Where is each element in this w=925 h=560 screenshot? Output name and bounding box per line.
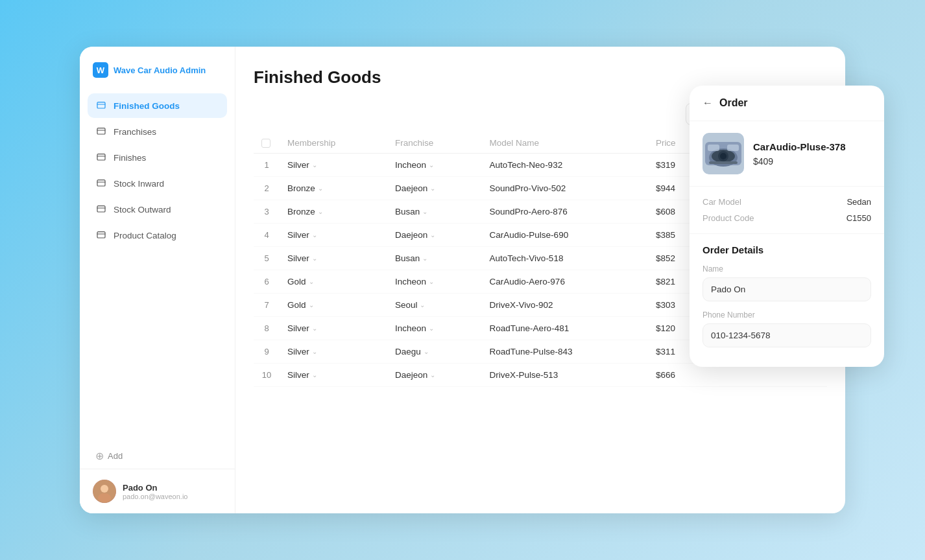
franchise-chevron[interactable]: ⌄ xyxy=(430,185,435,192)
sidebar-item-label-finished-goods: Finished Goods xyxy=(114,101,180,111)
sidebar-item-label-franchises: Franchises xyxy=(114,127,156,137)
row-membership: Silver ⌄ xyxy=(280,364,387,387)
add-button[interactable]: ⊕ Add xyxy=(80,443,235,469)
row-model: DriveX-Pulse-513 xyxy=(482,364,648,387)
svg-point-13 xyxy=(101,485,108,493)
main-card: W Wave Car Audio Admin Finished Goods Fr… xyxy=(80,47,845,513)
row-model: CarAudio-Aero-976 xyxy=(482,270,648,294)
stock-inward-icon xyxy=(95,178,107,189)
stock-outward-icon xyxy=(95,204,107,215)
row-membership: Silver ⌄ xyxy=(280,247,387,270)
user-email: pado.on@waveon.io xyxy=(123,493,222,500)
row-model: AutoTech-Neo-932 xyxy=(482,154,648,177)
membership-chevron[interactable]: ⌄ xyxy=(318,208,323,215)
row-model: AutoTech-Vivo-518 xyxy=(482,247,648,270)
phone-label: Phone Number xyxy=(703,310,871,320)
row-franchise: Seoul ⌄ xyxy=(387,294,482,317)
row-price: $666 xyxy=(648,364,708,387)
product-name: CarAudio-Pluse-378 xyxy=(753,141,846,154)
sidebar-item-stock-outward[interactable]: Stock Outward xyxy=(88,197,227,222)
membership-chevron[interactable]: ⌄ xyxy=(312,348,317,355)
franchise-chevron[interactable]: ⌄ xyxy=(430,231,435,239)
franchise-chevron[interactable]: ⌄ xyxy=(429,161,434,169)
finishes-icon xyxy=(95,152,107,163)
row-franchise: Busan ⌄ xyxy=(387,200,482,224)
membership-chevron[interactable]: ⌄ xyxy=(312,371,317,379)
row-model: RoadTune-Pulse-843 xyxy=(482,340,648,364)
svg-rect-33 xyxy=(709,161,738,164)
row-membership: Bronze ⌄ xyxy=(280,177,387,200)
sidebar-item-finished-goods[interactable]: Finished Goods xyxy=(88,93,227,118)
membership-chevron[interactable]: ⌄ xyxy=(318,185,323,192)
membership-chevron[interactable]: ⌄ xyxy=(312,255,317,262)
sidebar-item-stock-inward[interactable]: Stock Inward xyxy=(88,171,227,196)
row-num: 7 xyxy=(254,294,280,317)
order-title: Order xyxy=(719,97,748,109)
row-franchise: Daejeon ⌄ xyxy=(387,177,482,200)
row-num: 4 xyxy=(254,224,280,247)
row-num: 1 xyxy=(254,154,280,177)
svg-point-14 xyxy=(98,493,111,502)
page-title: Finished Goods xyxy=(254,67,827,88)
name-input[interactable] xyxy=(703,277,871,301)
franchise-chevron[interactable]: ⌄ xyxy=(422,255,427,262)
row-model: DriveX-Vivo-902 xyxy=(482,294,648,317)
row-model: SoundPro-Aero-876 xyxy=(482,200,648,224)
row-model: RoadTune-Aero-481 xyxy=(482,317,648,340)
franchise-chevron[interactable]: ⌄ xyxy=(429,325,434,332)
sidebar-item-label-stock-outward: Stock Outward xyxy=(114,205,171,215)
membership-chevron[interactable]: ⌄ xyxy=(312,231,317,239)
product-thumbnail xyxy=(703,133,744,174)
svg-rect-2 xyxy=(97,128,105,134)
product-code-row: Product Code C1550 xyxy=(703,213,871,223)
membership-chevron[interactable]: ⌄ xyxy=(309,278,314,285)
franchise-chevron[interactable]: ⌄ xyxy=(422,208,427,215)
select-all-checkbox[interactable] xyxy=(261,139,270,148)
row-num: 10 xyxy=(254,364,280,387)
franchise-chevron[interactable]: ⌄ xyxy=(430,371,435,379)
svg-rect-31 xyxy=(708,145,719,151)
order-header: ← Order xyxy=(690,86,884,121)
svg-point-30 xyxy=(720,153,727,159)
row-num: 2 xyxy=(254,177,280,200)
car-model-row: Car Model Sedan xyxy=(703,197,871,207)
svg-rect-10 xyxy=(97,232,105,238)
sidebar-item-label-finishes: Finishes xyxy=(114,153,146,163)
sidebar-item-finishes[interactable]: Finishes xyxy=(88,145,227,170)
back-button[interactable]: ← xyxy=(703,97,713,109)
membership-chevron[interactable]: ⌄ xyxy=(312,325,317,332)
row-franchise: Busan ⌄ xyxy=(387,247,482,270)
row-membership: Silver ⌄ xyxy=(280,154,387,177)
col-model: Model Name xyxy=(482,133,648,154)
svg-rect-8 xyxy=(97,206,105,212)
row-franchise: Daejeon ⌄ xyxy=(387,224,482,247)
membership-chevron[interactable]: ⌄ xyxy=(312,161,317,169)
nav-items: Finished Goods Franchises Finishes xyxy=(80,93,235,438)
row-num: 9 xyxy=(254,340,280,364)
row-num: 6 xyxy=(254,270,280,294)
row-membership: Gold ⌄ xyxy=(280,270,387,294)
row-membership: Silver ⌄ xyxy=(280,224,387,247)
row-franchise: Incheon ⌄ xyxy=(387,270,482,294)
col-franchise: Franchise xyxy=(387,133,482,154)
sidebar-item-label-product-catalog: Product Catalog xyxy=(114,231,176,240)
franchise-chevron[interactable]: ⌄ xyxy=(429,278,434,285)
row-membership: Silver ⌄ xyxy=(280,340,387,364)
phone-input[interactable] xyxy=(703,323,871,347)
svg-rect-32 xyxy=(727,145,739,151)
franchise-chevron[interactable]: ⌄ xyxy=(420,301,425,309)
sidebar-item-product-catalog[interactable]: Product Catalog xyxy=(88,223,227,248)
row-num: 8 xyxy=(254,317,280,340)
product-code-value: C1550 xyxy=(847,213,871,223)
details-title: Order Details xyxy=(703,244,871,255)
membership-chevron[interactable]: ⌄ xyxy=(309,301,314,309)
sidebar-item-franchises[interactable]: Franchises xyxy=(88,119,227,144)
svg-rect-4 xyxy=(97,154,105,160)
franchises-icon xyxy=(95,126,107,137)
svg-rect-0 xyxy=(97,102,105,108)
car-model-label: Car Model xyxy=(703,197,741,207)
row-membership: Silver ⌄ xyxy=(280,317,387,340)
product-code-label: Product Code xyxy=(703,213,754,223)
order-product: CarAudio-Pluse-378 $409 xyxy=(690,121,884,187)
franchise-chevron[interactable]: ⌄ xyxy=(424,348,429,355)
